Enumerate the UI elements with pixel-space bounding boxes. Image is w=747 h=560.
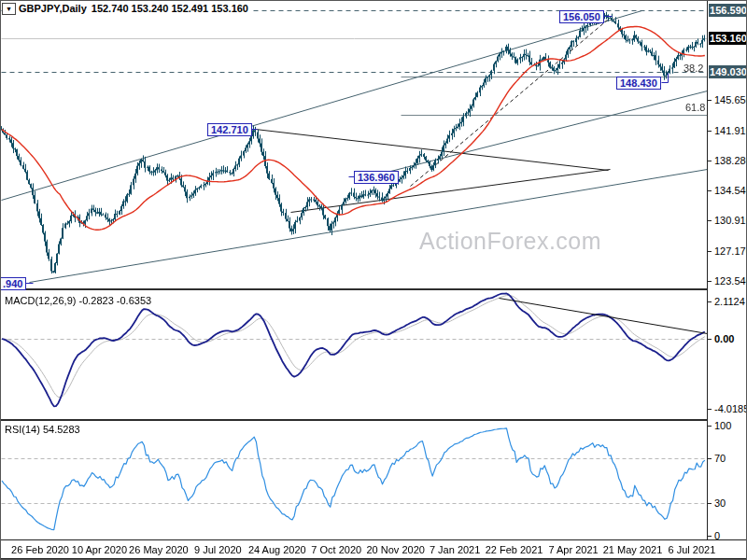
time-axis-label: 10 Apr 2020	[72, 544, 127, 555]
time-axis-label: 7 Apr 2021	[548, 544, 598, 555]
price-tick-label: 127.170	[714, 245, 747, 257]
price-tick-mark	[708, 190, 712, 191]
rsi-tick-mark	[708, 426, 712, 427]
rsi-tick-mark	[708, 503, 712, 504]
symbol-dropdown-button[interactable]: ▼	[2, 3, 16, 15]
rsi-tick-label: 70	[714, 453, 726, 464]
price-axis: 145.650141.910138.280134.540130.910127.1…	[707, 1, 747, 539]
price-tick-mark	[708, 251, 712, 252]
macd-tick-mark	[708, 301, 712, 302]
rsi-indicator-label: RSI(14) 54.5283	[5, 424, 80, 435]
price-tick-mark	[708, 161, 712, 161]
rsi-tick-label: 30	[714, 497, 726, 509]
time-axis-label: 24 Aug 2020	[248, 544, 306, 555]
price-level-badge: 153.160	[709, 32, 747, 45]
rsi-tick-label: 100	[714, 420, 731, 431]
macd-indicator-label: MACD(12,26,9) -0.2823 -0.6353	[5, 295, 151, 306]
price-tick-label: 141.910	[714, 125, 747, 136]
time-axis-label: 26 Feb 2020	[11, 544, 69, 555]
time-axis-label: 6 Jul 2021	[669, 544, 716, 555]
time-axis-label: 22 Feb 2021	[486, 544, 543, 555]
price-tick-label: 134.540	[714, 185, 747, 196]
price-level-badge: 149.030	[709, 65, 747, 78]
macd-tick-label: 0.00	[714, 333, 734, 344]
macd-panel-canvas	[1, 290, 707, 419]
macd-tick-mark	[708, 409, 712, 410]
fib-retracement-label: 61.8	[685, 102, 705, 113]
price-tick-mark	[708, 281, 712, 282]
time-axis-label: 7 Oct 2020	[311, 544, 361, 555]
price-tick-mark	[708, 131, 712, 132]
chart-symbol-label: GBPJPY,Daily	[19, 3, 87, 14]
price-callout: 148.430	[616, 77, 661, 90]
price-tick-label: 130.910	[714, 215, 747, 226]
rsi-tick-mark	[708, 536, 712, 537]
price-callout: .940	[0, 277, 26, 290]
price-callout: 142.710	[207, 123, 252, 136]
price-callout: 156.050	[559, 10, 604, 23]
macd-tick-mark	[708, 339, 712, 340]
forex-chart-window: ▼ GBPJPY,Daily 152.740 153.240 152.491 1…	[0, 0, 747, 560]
rsi-tick-mark	[708, 458, 712, 459]
price-level-badge: 156.590	[709, 4, 747, 17]
chart-title-bar: ▼ GBPJPY,Daily 152.740 153.240 152.491 1…	[2, 2, 253, 15]
time-axis-label: 9 Jul 2020	[194, 544, 242, 555]
time-axis: 26 Feb 202010 Apr 202026 May 20209 Jul 2…	[1, 539, 747, 560]
rsi-panel-canvas	[1, 421, 707, 539]
price-tick-mark	[708, 100, 712, 101]
chart-ohlc-values: 152.740 153.240 152.491 153.160	[92, 3, 248, 14]
time-axis-label: 20 Nov 2020	[366, 544, 424, 555]
price-tick-label: 123.540	[714, 275, 747, 287]
macd-tick-label: 2.1124	[714, 296, 745, 307]
price-tick-mark	[708, 220, 712, 221]
time-axis-label: 26 May 2020	[129, 544, 189, 555]
fib-retracement-label: 38.2	[684, 63, 703, 74]
macd-tick-label: -4.0185	[714, 403, 747, 414]
price-tick-label: 145.650	[714, 94, 747, 105]
price-tick-label: 138.280	[714, 155, 747, 166]
time-axis-label: 7 Jan 2021	[430, 544, 480, 555]
price-callout: 136.960	[354, 171, 399, 184]
watermark: ActionForex.com	[419, 228, 601, 255]
time-axis-label: 21 May 2021	[603, 544, 663, 555]
